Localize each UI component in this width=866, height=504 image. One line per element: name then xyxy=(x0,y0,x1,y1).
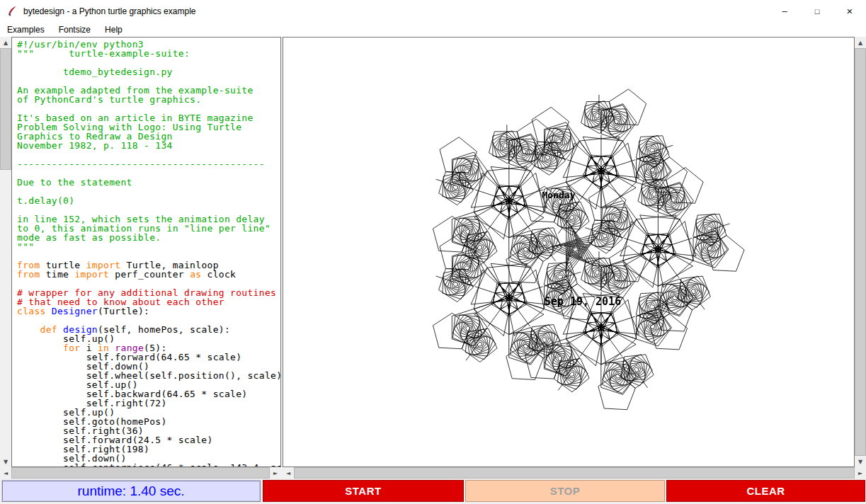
start-button[interactable]: START xyxy=(263,480,464,502)
canvas-date-label: Sep 19, 2016 xyxy=(545,295,621,308)
stop-button[interactable]: STOP xyxy=(465,480,665,502)
statusbar: runtime: 1.40 sec. START STOP CLEAR xyxy=(0,479,866,504)
scroll-right-icon[interactable]: ► xyxy=(270,467,281,479)
scroll-up-icon[interactable]: ▲ xyxy=(0,37,11,48)
close-button[interactable]: × xyxy=(833,0,866,22)
canvas-hscrollbar[interactable]: ◄ ► xyxy=(283,467,866,479)
window-title: bytedesign - a Python turtle graphics ex… xyxy=(23,6,195,16)
maximize-button[interactable]: □ xyxy=(801,0,833,22)
canvas-vscroll-thumb[interactable] xyxy=(855,48,866,456)
minimize-button[interactable]: – xyxy=(768,0,801,22)
canvas-vscroll-track[interactable] xyxy=(855,48,866,456)
code-vscrollbar[interactable]: ▲ ▼ xyxy=(0,37,11,467)
titlebar: bytedesign - a Python turtle graphics ex… xyxy=(0,0,866,22)
turtle-canvas-pane: Monday Sep 19, 2016 xyxy=(283,37,855,467)
app: { "window": { "title": "bytedesign - a P… xyxy=(0,0,866,504)
code-hscroll-thumb[interactable] xyxy=(11,467,270,479)
canvas-weekday-label: Monday xyxy=(542,190,576,200)
code-hscroll-track[interactable] xyxy=(11,467,270,479)
code-vscroll-thumb[interactable] xyxy=(0,48,11,170)
scroll-down-icon[interactable]: ▼ xyxy=(0,456,11,467)
clear-button[interactable]: CLEAR xyxy=(666,480,865,502)
scroll-up-icon[interactable]: ▲ xyxy=(855,37,866,48)
code-editor[interactable]: #!/usr/bin/env python3""" turtle-example… xyxy=(11,37,281,467)
code-vscroll-track[interactable] xyxy=(0,48,11,456)
canvas-vscrollbar[interactable]: ▲ ▼ xyxy=(855,37,866,467)
scroll-left-icon[interactable]: ◄ xyxy=(0,467,11,479)
code-text: #!/usr/bin/env python3""" turtle-example… xyxy=(17,40,281,467)
scroll-right-icon[interactable]: ► xyxy=(855,467,866,479)
code-hscrollbar[interactable]: ◄ ► xyxy=(0,467,281,479)
canvas-hscroll-thumb[interactable] xyxy=(294,467,855,479)
window-controls: – □ × xyxy=(768,0,866,22)
runtime-label: runtime: 1.40 sec. xyxy=(1,480,261,502)
menu-fontsize[interactable]: Fontsize xyxy=(52,22,98,37)
tk-feather-icon xyxy=(6,6,18,17)
scroll-left-icon[interactable]: ◄ xyxy=(283,467,294,479)
menu-help[interactable]: Help xyxy=(98,22,130,37)
canvas-hscroll-track[interactable] xyxy=(294,467,855,479)
menubar: Examples Fontsize Help xyxy=(0,22,866,37)
scroll-down-icon[interactable]: ▼ xyxy=(855,456,866,467)
turtle-canvas xyxy=(283,38,854,466)
menu-examples[interactable]: Examples xyxy=(0,22,52,37)
app-icon[interactable] xyxy=(6,6,18,17)
